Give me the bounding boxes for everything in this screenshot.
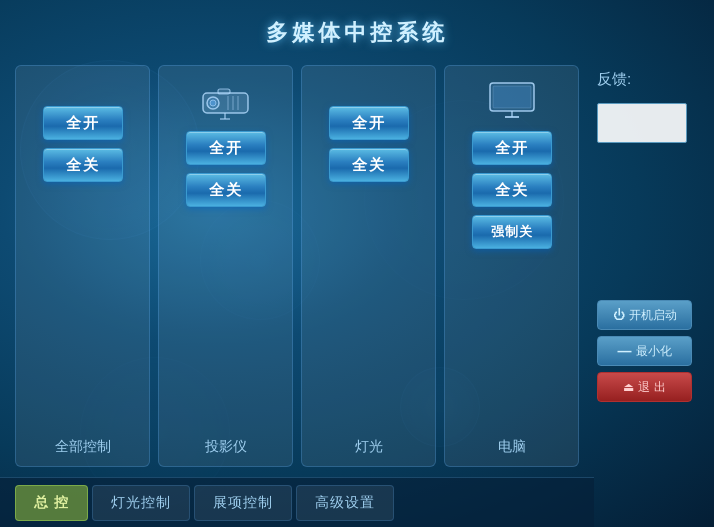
svg-rect-10 [493, 86, 531, 108]
sidebar: 反馈: ⏻ 开机启动 — 最小化 ⏏ 退 出 [589, 65, 699, 467]
minimize-label: 最小化 [636, 343, 672, 360]
svg-point-2 [210, 100, 216, 106]
projector-icon [196, 78, 256, 123]
exit-button[interactable]: ⏏ 退 出 [597, 372, 692, 402]
tab-exhibit-control[interactable]: 展项控制 [194, 485, 292, 521]
power-label: 开机启动 [629, 307, 677, 324]
exit-label: 退 出 [638, 379, 665, 396]
bubble-4 [400, 367, 480, 447]
feedback-box [597, 103, 687, 143]
page-title: 多媒体中控系统 [0, 0, 714, 60]
tab-advanced-settings[interactable]: 高级设置 [296, 485, 394, 521]
all-control-off-button[interactable]: 全关 [43, 148, 123, 182]
feedback-label: 反馈: [597, 70, 631, 89]
lights-off-button[interactable]: 全关 [329, 148, 409, 182]
tab-main-control[interactable]: 总 控 [15, 485, 88, 521]
lights-on-button[interactable]: 全开 [329, 106, 409, 140]
minimize-button[interactable]: — 最小化 [597, 336, 692, 366]
exit-icon: ⏏ [623, 380, 634, 394]
bubble-2 [200, 200, 320, 320]
computer-off-button[interactable]: 全关 [472, 173, 552, 207]
svg-rect-3 [218, 89, 230, 94]
power-icon: ⏻ [613, 308, 625, 322]
all-control-on-button[interactable]: 全开 [43, 106, 123, 140]
projector-off-button[interactable]: 全关 [186, 173, 266, 207]
computer-on-button[interactable]: 全开 [472, 131, 552, 165]
sidebar-bottom: ⏻ 开机启动 — 最小化 ⏏ 退 出 [597, 300, 691, 462]
computer-label: 电脑 [498, 438, 526, 456]
computer-force-off-button[interactable]: 强制关 [472, 215, 552, 249]
power-startup-button[interactable]: ⏻ 开机启动 [597, 300, 692, 330]
bottom-tabs: 总 控 灯光控制 展项控制 高级设置 [0, 477, 594, 527]
tab-lights-control[interactable]: 灯光控制 [92, 485, 190, 521]
projector-on-button[interactable]: 全开 [186, 131, 266, 165]
lights-label: 灯光 [355, 438, 383, 456]
main-container: 多媒体中控系统 全开 全关 全部控制 [0, 0, 714, 527]
minimize-icon: — [618, 343, 632, 359]
